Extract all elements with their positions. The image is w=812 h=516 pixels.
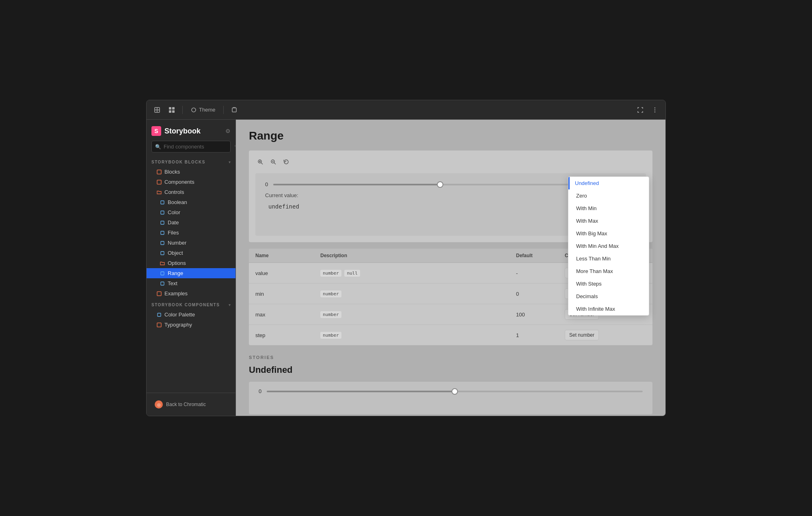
svg-rect-5 bbox=[169, 110, 171, 113]
section-collapse-components: ▾ bbox=[229, 303, 231, 307]
storybook-logo-icon: S bbox=[151, 126, 161, 136]
dropdown-item-with-max[interactable]: With Max bbox=[568, 215, 649, 227]
svg-rect-6 bbox=[172, 110, 175, 113]
svg-rect-12 bbox=[157, 170, 161, 174]
prop-name-min: min bbox=[255, 291, 320, 297]
svg-rect-4 bbox=[172, 107, 175, 110]
back-to-chromatic-button[interactable]: ◎ Back to Chromatic bbox=[151, 398, 231, 411]
zoom-in-icon[interactable] bbox=[255, 157, 265, 167]
prop-control-step: Set number bbox=[565, 330, 630, 340]
canvas-controls bbox=[255, 157, 646, 167]
dropdown-item-less-than-min[interactable]: Less Than Min bbox=[568, 252, 649, 265]
back-to-chromatic-label: Back to Chromatic bbox=[166, 402, 206, 407]
story-icon-date bbox=[160, 220, 165, 226]
grid-view-icon[interactable] bbox=[166, 104, 177, 116]
sidebar-item-range[interactable]: Range bbox=[147, 268, 235, 278]
more-options-icon[interactable] bbox=[649, 104, 661, 116]
svg-rect-15 bbox=[161, 211, 164, 214]
section-header-blocks[interactable]: STORYBOOK BLOCKS ▾ bbox=[147, 157, 235, 167]
section-title-blocks: STORYBOOK BLOCKS bbox=[151, 160, 205, 164]
theme-button[interactable]: Theme bbox=[188, 105, 218, 114]
range-track-fill bbox=[273, 184, 440, 185]
sidebar-item-range-label: Range bbox=[168, 270, 183, 276]
section-title-components: STORYBOOK COMPONENTS bbox=[151, 303, 220, 307]
svg-rect-3 bbox=[169, 107, 171, 110]
sidebar-item-color[interactable]: Color bbox=[147, 207, 235, 217]
section-storybook-blocks: STORYBOOK BLOCKS ▾ Blocks Components Con… bbox=[147, 157, 235, 299]
sidebar-item-examples[interactable]: Examples bbox=[147, 288, 235, 299]
sidebar-item-date[interactable]: Date bbox=[147, 217, 235, 228]
svg-rect-22 bbox=[157, 292, 161, 296]
sidebar-item-controls[interactable]: Controls bbox=[147, 187, 235, 197]
svg-rect-20 bbox=[161, 272, 164, 275]
story-icon-text bbox=[160, 281, 165, 286]
type-badge-number-step: number bbox=[320, 332, 341, 339]
sidebar-header: S Storybook ⚙ bbox=[147, 120, 235, 141]
sidebar-item-number[interactable]: Number bbox=[147, 238, 235, 248]
sidebar-item-files[interactable]: Files bbox=[147, 228, 235, 238]
fullscreen-icon[interactable] bbox=[635, 104, 646, 116]
sidebar-item-options-label: Options bbox=[168, 260, 186, 266]
chromatic-icon: ◎ bbox=[155, 400, 163, 408]
component-icon-typography bbox=[156, 322, 162, 328]
toolbar-right bbox=[635, 104, 661, 116]
story-icon-object bbox=[160, 250, 165, 256]
prop-default-value: - bbox=[516, 270, 565, 276]
sidebar-item-color-palette[interactable]: Color Palette bbox=[147, 310, 235, 320]
search-input[interactable] bbox=[164, 144, 232, 150]
dropdown-item-with-min[interactable]: With Min bbox=[568, 202, 649, 215]
story-icon-boolean bbox=[160, 200, 165, 205]
svg-rect-8 bbox=[232, 108, 236, 112]
svg-rect-13 bbox=[157, 180, 161, 184]
story-canvas: 0 bbox=[249, 382, 652, 414]
section-header-components[interactable]: STORYBOOK COMPONENTS ▾ bbox=[147, 300, 235, 310]
dropdown-item-zero[interactable]: Zero bbox=[568, 189, 649, 202]
dropdown-item-decimals[interactable]: Decimals bbox=[568, 290, 649, 303]
sidebar: S Storybook ⚙ 🔍 ✎ STORYBOOK BLOCKS ▾ Blo… bbox=[147, 120, 236, 416]
sidebar-item-boolean[interactable]: Boolean bbox=[147, 197, 235, 207]
story-range-track-fill bbox=[267, 391, 455, 392]
sidebar-bottom: ◎ Back to Chromatic bbox=[147, 393, 235, 416]
sidebar-item-blocks[interactable]: Blocks bbox=[147, 167, 235, 177]
reset-zoom-icon[interactable] bbox=[281, 157, 291, 167]
sidebar-item-components-label: Components bbox=[164, 179, 194, 185]
stories-label: STORIES bbox=[249, 355, 652, 360]
range-slider bbox=[273, 184, 607, 185]
single-view-icon[interactable] bbox=[151, 104, 163, 116]
dropdown-item-with-infinite-max[interactable]: With Infinite Max bbox=[568, 303, 649, 315]
dropdown-item-more-than-max[interactable]: More Than Max bbox=[568, 265, 649, 277]
toolbar: Theme bbox=[147, 100, 665, 120]
sidebar-item-files-label: Files bbox=[168, 230, 179, 236]
sidebar-item-text[interactable]: Text bbox=[147, 278, 235, 288]
sidebar-item-object[interactable]: Object bbox=[147, 248, 235, 258]
prop-default-min: 0 bbox=[516, 291, 565, 297]
dropdown-item-with-steps[interactable]: With Steps bbox=[568, 277, 649, 290]
sidebar-item-typography[interactable]: Typography bbox=[147, 320, 235, 330]
sidebar-item-controls-label: Controls bbox=[164, 189, 184, 195]
prop-name-max: max bbox=[255, 312, 320, 318]
page-title: Range bbox=[249, 129, 652, 142]
svg-rect-18 bbox=[161, 241, 164, 245]
sidebar-item-number-label: Number bbox=[168, 240, 186, 246]
type-badge-number-min: number bbox=[320, 290, 341, 297]
svg-rect-17 bbox=[161, 231, 164, 234]
dropdown-item-with-big-max[interactable]: With Big Max bbox=[568, 227, 649, 240]
sidebar-search[interactable]: 🔍 ✎ bbox=[151, 141, 231, 153]
story-range-slider-container[interactable] bbox=[267, 391, 643, 392]
story-range-row: 0 bbox=[259, 388, 643, 394]
range-thumb bbox=[437, 181, 443, 188]
zoom-out-icon[interactable] bbox=[268, 157, 278, 167]
prop-default-step: 1 bbox=[516, 332, 565, 338]
svg-rect-16 bbox=[161, 221, 164, 224]
set-number-step-button[interactable]: Set number bbox=[565, 330, 599, 340]
range-slider-container[interactable] bbox=[273, 184, 607, 185]
sidebar-item-components[interactable]: Components bbox=[147, 177, 235, 187]
sidebar-item-examples-label: Examples bbox=[164, 290, 188, 297]
dropdown-item-with-min-and-max[interactable]: With Min And Max bbox=[568, 240, 649, 252]
share-icon[interactable] bbox=[229, 104, 240, 116]
range-min-label: 0 bbox=[265, 181, 268, 187]
dropdown-item-undefined[interactable]: Undefined bbox=[568, 177, 649, 189]
sidebar-item-options[interactable]: Options bbox=[147, 258, 235, 268]
type-badge-number: number bbox=[320, 270, 341, 277]
settings-icon[interactable]: ⚙ bbox=[225, 128, 231, 134]
